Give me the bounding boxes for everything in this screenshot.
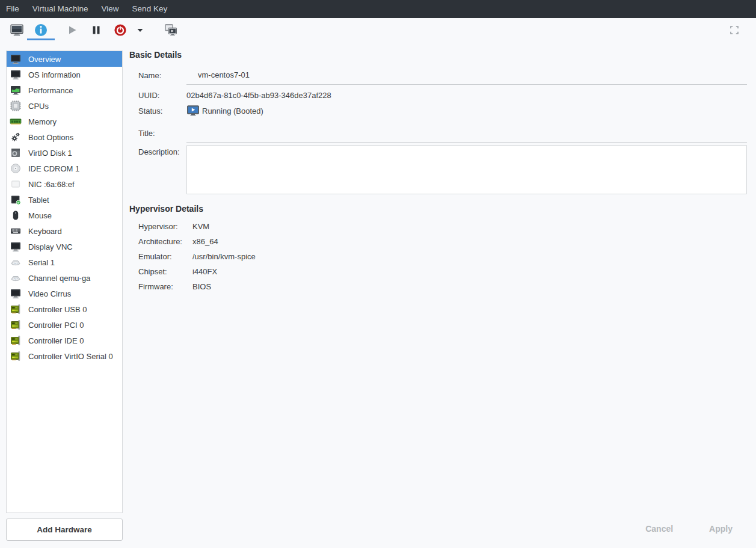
menu-send-key[interactable]: Send Key: [126, 0, 174, 18]
sidebar-item-display-vnc[interactable]: Display VNC: [7, 239, 122, 254]
sidebar-item-os-information[interactable]: OS information: [7, 67, 122, 82]
display-icon: [10, 241, 22, 253]
sidebar-item-controller-ide-0[interactable]: Controller IDE 0: [7, 333, 122, 348]
shutdown-power-icon: [113, 23, 128, 37]
running-monitor-icon: [186, 105, 200, 117]
vm-details-body: Overview OS information Performance CPUs…: [0, 42, 756, 548]
console-monitor-icon: [10, 23, 24, 37]
status-label: Status:: [138, 106, 186, 115]
mouse-icon: [10, 209, 22, 221]
sidebar-item-cpus[interactable]: CPUs: [7, 98, 122, 114]
sidebar-item-controller-pci-0[interactable]: Controller PCI 0: [7, 317, 122, 333]
hypervisor-detail-row: Architecture: x86_64: [138, 234, 747, 249]
name-row: Name: vm-centos7-01: [138, 66, 747, 84]
pci-card-icon: [10, 319, 22, 331]
hypervisor-details-rows: Hypervisor: KVM Architecture: x86_64 Emu…: [138, 219, 747, 294]
chevron-down-icon: [135, 25, 145, 35]
sidebar-item-memory[interactable]: Memory: [7, 114, 122, 129]
sidebar-item-channel-qemu-ga[interactable]: Channel qemu-ga: [7, 270, 122, 286]
menu-virtual-machine[interactable]: Virtual Machine: [26, 0, 95, 18]
keyboard-icon: [10, 225, 22, 237]
details-content: Basic Details Name: vm-centos7-01 UUID: …: [123, 42, 756, 548]
show-details-button[interactable]: [29, 20, 53, 40]
hypervisor-detail-row: Chipset: i440FX: [138, 264, 747, 279]
sidebar-item-ide-cdrom-1[interactable]: IDE CDROM 1: [7, 161, 122, 176]
display-icon: [10, 288, 22, 300]
sidebar-item-boot-options[interactable]: Boot Options: [7, 129, 122, 145]
info-icon: [34, 23, 48, 37]
shutdown-button[interactable]: [108, 20, 132, 40]
cdrom-icon: [10, 162, 22, 174]
serial-icon: [10, 256, 22, 268]
description-row: Description:: [138, 145, 747, 194]
show-console-button[interactable]: [5, 20, 29, 40]
title-row: Title:: [138, 124, 747, 142]
shutdown-menu-button[interactable]: [132, 20, 148, 40]
uuid-value: 02b4d67a-81c0-4f5b-ab93-346de37af228: [186, 91, 331, 100]
name-label: Name:: [138, 71, 186, 80]
screenshot-button[interactable]: [159, 20, 183, 40]
sidebar-item-tablet[interactable]: Tablet: [7, 192, 122, 208]
virt-manager-vm-details-window: File Virtual Machine View Send Key Overv…: [0, 0, 756, 548]
sidebar-item-serial-1[interactable]: Serial 1: [7, 254, 122, 270]
title-label: Title:: [138, 129, 186, 138]
menu-file[interactable]: File: [0, 0, 26, 18]
sidebar-item-controller-virtio-serial-0[interactable]: Controller VirtIO Serial 0: [7, 348, 122, 364]
sidebar-item-mouse[interactable]: Mouse: [7, 208, 122, 223]
uuid-label: UUID:: [138, 91, 186, 100]
basic-details-heading: Basic Details: [129, 50, 182, 60]
serial-icon: [10, 272, 22, 284]
nic-icon: [10, 178, 22, 190]
tablet-icon: [10, 194, 22, 206]
hypervisor-detail-row: Firmware: BIOS: [138, 279, 747, 294]
add-hardware-button[interactable]: Add Hardware: [6, 519, 123, 541]
pci-card-icon: [10, 350, 22, 362]
status-value: Running (Booted): [202, 106, 263, 115]
fullscreen-icon: [730, 25, 739, 35]
fullscreen-button[interactable]: [722, 20, 746, 40]
sidebar-item-performance[interactable]: Performance: [7, 82, 122, 98]
run-button[interactable]: [60, 20, 84, 40]
memory-icon: [10, 115, 22, 128]
hardware-panel: Overview OS information Performance CPUs…: [6, 51, 123, 548]
menubar: File Virtual Machine View Send Key: [0, 0, 756, 18]
sidebar-item-video-cirrus[interactable]: Video Cirrus: [7, 286, 122, 301]
pci-card-icon: [10, 303, 22, 315]
description-textarea[interactable]: [186, 145, 747, 194]
hypervisor-detail-row: Emulator: /usr/bin/kvm-spice: [138, 249, 747, 264]
dual-monitor-icon: [164, 23, 178, 37]
name-value: vm-centos7-01: [186, 70, 250, 79]
sidebar-item-keyboard[interactable]: Keyboard: [7, 223, 122, 239]
disk-icon: [10, 147, 22, 159]
cpu-icon: [10, 100, 22, 112]
performance-chart-icon: [10, 84, 22, 96]
pause-button[interactable]: [84, 20, 108, 40]
pci-card-icon: [10, 334, 22, 346]
footer-actions: Cancel Apply: [644, 522, 734, 536]
monitor-icon: [10, 69, 22, 81]
description-label: Description:: [138, 145, 186, 194]
gear-icon: [10, 131, 22, 143]
menu-view[interactable]: View: [95, 0, 126, 18]
hypervisor-detail-row: Hypervisor: KVM: [138, 219, 747, 234]
sidebar-item-overview[interactable]: Overview: [7, 51, 122, 67]
hypervisor-details-heading: Hypervisor Details: [129, 204, 203, 214]
play-icon: [65, 23, 79, 37]
toolbar: [0, 18, 756, 42]
sidebar-item-virtio-disk-1[interactable]: VirtIO Disk 1: [7, 145, 122, 161]
cancel-button[interactable]: Cancel: [644, 522, 674, 536]
uuid-row: UUID: 02b4d67a-81c0-4f5b-ab93-346de37af2…: [138, 87, 747, 103]
sidebar-item-controller-usb-0[interactable]: Controller USB 0: [7, 301, 122, 317]
apply-button[interactable]: Apply: [708, 522, 734, 536]
monitor-icon: [10, 53, 22, 65]
hardware-list: Overview OS information Performance CPUs…: [6, 51, 123, 513]
pause-icon: [89, 23, 103, 37]
status-row: Status: Running (Booted): [138, 103, 747, 119]
sidebar-item-nic[interactable]: NIC :6a:68:ef: [7, 176, 122, 192]
title-input[interactable]: [186, 124, 747, 143]
name-input[interactable]: vm-centos7-01: [186, 66, 747, 85]
